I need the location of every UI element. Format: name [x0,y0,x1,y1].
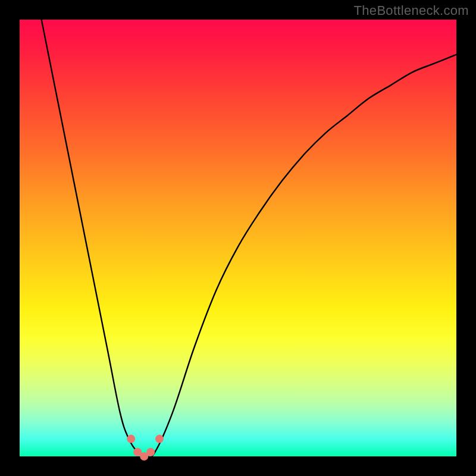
marker-dot [155,435,164,443]
chart-frame: TheBottleneck.com [0,0,476,476]
marker-dot [146,448,155,456]
curve-path [42,20,456,457]
chart-svg [20,20,456,456]
marker-dot [127,435,135,443]
plot-area [20,20,456,456]
watermark-text: TheBottleneck.com [354,3,469,18]
